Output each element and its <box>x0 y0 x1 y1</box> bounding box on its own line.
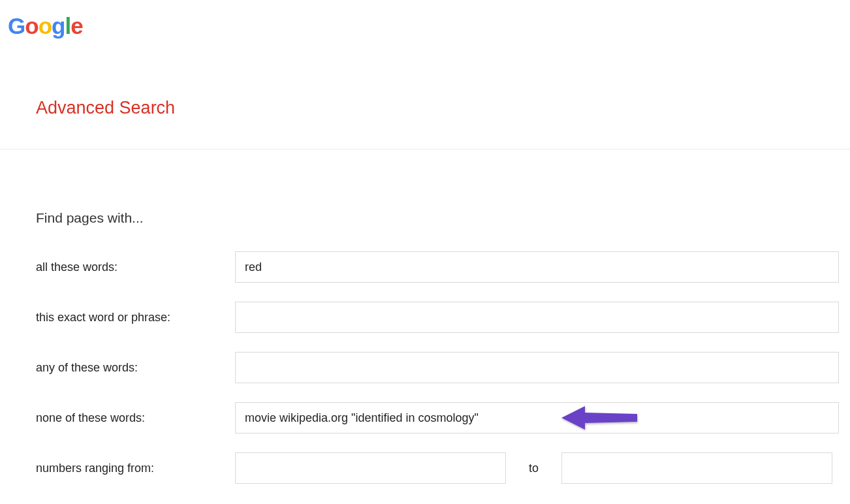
label-any-words: any of these words: <box>36 361 235 375</box>
header-divider <box>0 149 850 150</box>
label-numbers-range: numbers ranging from: <box>36 462 235 475</box>
row-any-words: any of these words: <box>36 352 839 383</box>
section-title: Find pages with... <box>36 210 144 226</box>
input-exact-phrase[interactable] <box>235 302 839 333</box>
logo-letter-l: l <box>65 13 71 39</box>
google-logo[interactable]: Google <box>8 13 83 39</box>
label-range-to: to <box>529 462 539 475</box>
input-all-words[interactable] <box>235 251 839 283</box>
row-exact-phrase: this exact word or phrase: <box>36 302 839 333</box>
input-range-from[interactable] <box>235 452 506 484</box>
label-exact-phrase: this exact word or phrase: <box>36 311 235 324</box>
logo-letter-o2: o <box>39 13 52 39</box>
input-range-to[interactable] <box>561 452 832 484</box>
row-numbers-range: numbers ranging from: to <box>36 452 839 484</box>
logo-letter-o1: o <box>25 13 38 39</box>
input-none-words[interactable] <box>235 402 839 433</box>
row-all-words: all these words: <box>36 251 839 283</box>
logo-letter-g2: g <box>52 13 65 39</box>
range-container: to <box>235 452 839 484</box>
page-title: Advanced Search <box>36 98 175 118</box>
row-none-words: none of these words: <box>36 402 839 433</box>
label-all-words: all these words: <box>36 260 235 274</box>
logo-letter-g1: G <box>8 13 25 39</box>
logo-letter-e: e <box>71 13 82 39</box>
label-none-words: none of these words: <box>36 411 235 425</box>
input-any-words[interactable] <box>235 352 839 383</box>
